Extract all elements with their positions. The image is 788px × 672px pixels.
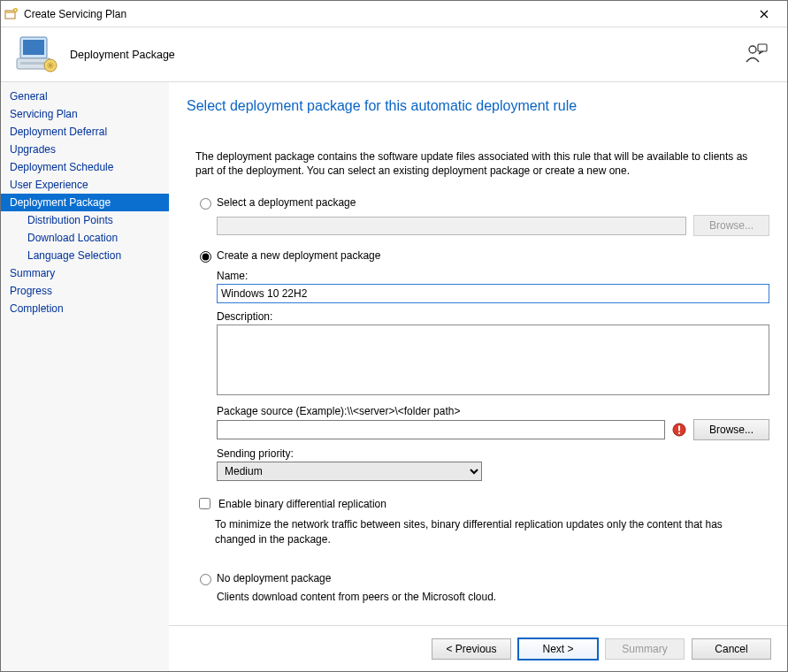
wizard-header: Deployment Package [1,27,787,82]
next-button[interactable]: Next > [518,638,598,660]
option-select-package[interactable]: Select a deployment package [187,195,769,210]
sidebar-item-label: General [10,90,48,103]
svg-rect-9 [758,44,767,51]
svg-rect-4 [23,40,44,55]
sidebar-item-label: Language Selection [27,249,121,262]
no-package-hint: Clients download content from peers or t… [187,591,769,603]
name-input[interactable] [217,284,769,303]
svg-point-8 [749,46,756,53]
wizard-sidebar: General Servicing Plan Deployment Deferr… [1,82,169,671]
radio-no-package[interactable] [200,574,211,585]
existing-package-input [217,217,686,235]
wizard-footer: < Previous Next > Summary Cancel [169,625,787,671]
feedback-icon[interactable] [745,42,768,65]
sidebar-item-progress[interactable]: Progress [1,282,169,300]
radio-create-package[interactable] [200,251,211,263]
window-title: Create Servicing Plan [24,8,744,20]
description-label: Description: [217,310,769,323]
sidebar-item-deployment-deferral[interactable]: Deployment Deferral [1,123,169,141]
sidebar-item-label: Deployment Deferral [10,126,107,138]
sidebar-item-distribution-points[interactable]: Distribution Points [1,211,169,229]
page-heading: Select deployment package for this autom… [187,98,769,114]
close-button[interactable] [744,2,784,27]
radio-label: Create a new deployment package [217,249,380,262]
description-input[interactable] [217,325,769,395]
svg-rect-1 [6,11,14,13]
binary-diff-checkbox[interactable] [199,498,210,509]
intro-text: The deployment package contains the soft… [187,149,769,178]
sidebar-item-summary[interactable]: Summary [1,264,169,282]
wizard-body: General Servicing Plan Deployment Deferr… [1,82,787,671]
sidebar-item-label: Progress [10,285,52,297]
previous-button[interactable]: < Previous [432,638,511,660]
sidebar-item-label: Completion [10,302,64,315]
sidebar-item-upgrades[interactable]: Upgrades [1,141,169,158]
option-no-package[interactable]: No deployment package [187,571,769,585]
svg-rect-12 [678,432,680,434]
wizard-main: Select deployment package for this autom… [169,82,787,671]
sidebar-item-label: Deployment Schedule [10,161,113,173]
radio-label: Select a deployment package [217,196,356,209]
binary-diff-hint: To minimize the network traffic between … [187,517,769,546]
checkbox-label: Enable binary differential replication [218,498,386,510]
binary-diff-row[interactable]: Enable binary differential replication [187,495,769,512]
sidebar-item-servicing-plan[interactable]: Servicing Plan [1,105,169,123]
sidebar-item-label: Distribution Points [27,214,113,226]
summary-button: Summary [605,638,685,660]
wizard-window: Create Servicing Plan Deployment Package [0,0,788,672]
radio-label: No deployment package [217,572,331,584]
sidebar-item-label: Summary [10,267,55,279]
sidebar-item-label: User Experience [10,179,88,191]
sidebar-item-deployment-package[interactable]: Deployment Package [1,194,169,211]
priority-label: Sending priority: [217,447,769,460]
name-label: Name: [217,270,769,282]
priority-select[interactable]: Medium [217,462,482,481]
wizard-icon [4,7,19,21]
svg-point-2 [14,8,18,11]
header-computer-icon [15,34,57,76]
cancel-button[interactable]: Cancel [692,638,771,660]
sidebar-item-language-selection[interactable]: Language Selection [1,247,169,264]
svg-rect-6 [20,62,47,65]
title-bar: Create Servicing Plan [1,1,787,27]
sidebar-item-user-experience[interactable]: User Experience [1,176,169,194]
source-input[interactable] [217,420,665,439]
sidebar-item-label: Download Location [27,232,118,244]
sidebar-item-label: Deployment Package [10,196,111,209]
source-label: Package source (Example):\\<server>\<fol… [217,405,769,417]
sidebar-item-download-location[interactable]: Download Location [1,229,169,247]
option-create-package[interactable]: Create a new deployment package [187,248,769,263]
radio-select-package[interactable] [200,198,211,210]
sidebar-item-completion[interactable]: Completion [1,300,169,317]
sidebar-item-label: Servicing Plan [10,108,78,120]
sidebar-item-label: Upgrades [10,143,56,156]
sidebar-item-general[interactable]: General [1,88,169,105]
sidebar-item-deployment-schedule[interactable]: Deployment Schedule [1,158,169,176]
svg-rect-11 [678,426,680,431]
error-icon [672,423,686,437]
browse-existing-button: Browse... [693,215,769,236]
header-page-label: Deployment Package [70,49,175,61]
browse-source-button[interactable]: Browse... [693,419,769,440]
